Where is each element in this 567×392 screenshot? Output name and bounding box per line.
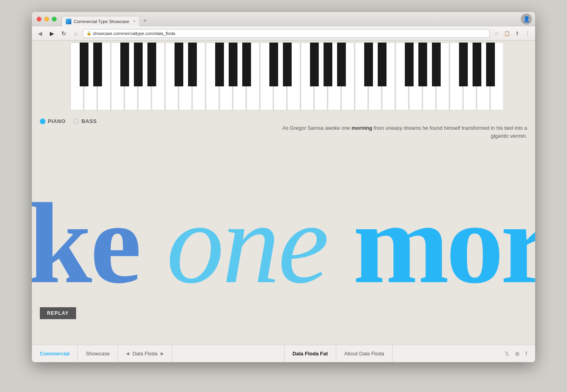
svg-rect-42: [269, 43, 278, 86]
font-nav-arrows: ◀ Dala Floda ▶: [126, 351, 164, 357]
svg-rect-37: [175, 43, 183, 86]
svg-rect-53: [473, 43, 481, 86]
tab-bar: Commercial Type Showcase × +: [61, 12, 150, 26]
url-text: showcase.commercialtype.com/dala_floda: [93, 31, 175, 36]
user-avatar[interactable]: 👤: [521, 14, 532, 25]
browser-titlebar: Commercial Type Showcase × + 👤: [32, 12, 535, 26]
metamorphosis-text: As Gregor Samsa awoke one morning from u…: [268, 124, 527, 140]
piano-radio-label: PIANO: [48, 118, 65, 124]
meta-text-before: As Gregor Samsa awoke one: [283, 125, 351, 131]
piano-section: ↺: [32, 41, 535, 160]
bookmark-icon[interactable]: ☆: [492, 29, 501, 38]
refresh-button[interactable]: ↻: [59, 29, 69, 38]
minimize-button[interactable]: [44, 17, 49, 21]
browser-window: Commercial Type Showcase × + 👤 ◀ ▶ ↻ ⌂ 🔒…: [32, 12, 535, 362]
piano-svg: [65, 41, 503, 114]
footer-brand-label: Commercial: [40, 351, 69, 357]
svg-rect-52: [459, 43, 468, 86]
close-button[interactable]: [37, 17, 41, 21]
facebook-icon[interactable]: f: [526, 350, 527, 357]
footer-nav: Commercial Showcase ◀ Dala Floda ▶ Dala …: [32, 345, 535, 362]
maximize-button[interactable]: [52, 17, 57, 21]
tab-favicon: [66, 19, 71, 24]
traffic-lights: [37, 17, 57, 21]
footer-dala-floda-fat-link[interactable]: Dala Floda Fat: [284, 345, 336, 362]
footer-font-nav[interactable]: ◀ Dala Floda ▶: [118, 345, 172, 362]
footer-brand-link[interactable]: Commercial: [32, 345, 78, 362]
footer-about-link[interactable]: About Dala Floda: [336, 345, 392, 362]
tab-close-button[interactable]: ×: [133, 19, 135, 23]
svg-rect-45: [324, 43, 332, 86]
svg-rect-50: [418, 43, 427, 86]
svg-rect-38: [188, 43, 197, 86]
svg-rect-46: [337, 43, 346, 86]
bass-radio-label: BASS: [81, 118, 97, 124]
svg-rect-33: [93, 43, 102, 86]
back-button[interactable]: ◀: [35, 29, 45, 38]
piano-radio-option[interactable]: PIANO: [40, 118, 65, 124]
meta-text-after: from uneasy dreams he found himself tran…: [372, 125, 527, 139]
font-next-arrow[interactable]: ▶: [161, 351, 164, 356]
svg-rect-34: [120, 43, 129, 86]
bass-radio-option[interactable]: BASS: [73, 118, 97, 124]
twitter-icon[interactable]: 𝕏: [504, 350, 509, 357]
large-text-ke: ke: [32, 179, 139, 307]
browser-toolbar: ◀ ▶ ↻ ⌂ 🔒 showcase.commercialtype.com/da…: [32, 26, 535, 41]
pinterest-icon[interactable]: ⊕: [515, 350, 520, 357]
replay-button[interactable]: REPLAY: [40, 307, 76, 319]
svg-rect-51: [432, 43, 441, 86]
bass-radio-dot[interactable]: [73, 119, 79, 124]
svg-rect-36: [147, 43, 156, 86]
footer-about-label: About Dala Floda: [344, 351, 384, 357]
replay-btn-section: REPLAY: [40, 307, 76, 319]
font-prev-arrow[interactable]: ◀: [126, 351, 129, 356]
svg-rect-48: [378, 43, 387, 86]
new-tab-button[interactable]: +: [140, 16, 150, 26]
svg-rect-39: [215, 43, 224, 86]
forward-button[interactable]: ▶: [47, 29, 57, 38]
svg-rect-49: [405, 43, 414, 86]
font-name-label: Dala Floda: [132, 351, 157, 357]
address-bar[interactable]: 🔒 showcase.commercialtype.com/dala_floda: [83, 29, 490, 38]
svg-rect-44: [310, 43, 319, 86]
readinglist-icon[interactable]: 📋: [502, 29, 511, 38]
large-text-section: ke one morning REPLAY: [32, 160, 535, 327]
large-text-morning: morning: [327, 179, 535, 307]
svg-rect-54: [486, 43, 495, 86]
piano-radio-dot[interactable]: [40, 119, 45, 124]
footer-showcase-link[interactable]: Showcase: [78, 345, 118, 362]
svg-rect-40: [229, 43, 237, 86]
footer-social: 𝕏 ⊕ f: [504, 345, 535, 362]
tab-title: Commercial Type Showcase: [74, 19, 129, 24]
svg-rect-43: [283, 43, 292, 86]
large-text-one: one: [139, 179, 327, 307]
footer-dala-floda-fat-label: Dala Floda Fat: [292, 351, 328, 357]
active-tab[interactable]: Commercial Type Showcase ×: [61, 16, 140, 26]
home-button[interactable]: ⌂: [71, 29, 80, 38]
meta-text-bold: morning: [351, 125, 372, 131]
piano-visual: [32, 41, 535, 114]
toolbar-icons: ☆ 📋 ⬆ ⋮: [492, 29, 532, 38]
svg-rect-32: [80, 43, 88, 86]
security-icon: 🔒: [86, 31, 91, 35]
page-content: ↺: [32, 41, 535, 362]
svg-rect-35: [134, 43, 143, 86]
svg-rect-41: [242, 43, 251, 86]
more-icon[interactable]: ⋮: [523, 29, 532, 38]
footer-showcase-label: Showcase: [86, 351, 110, 357]
large-display-text: ke one morning: [32, 186, 535, 301]
share-icon[interactable]: ⬆: [513, 29, 522, 38]
piano-controls: PIANO BASS As Gregor Samsa awoke one mor…: [32, 114, 535, 128]
svg-rect-47: [364, 43, 373, 86]
